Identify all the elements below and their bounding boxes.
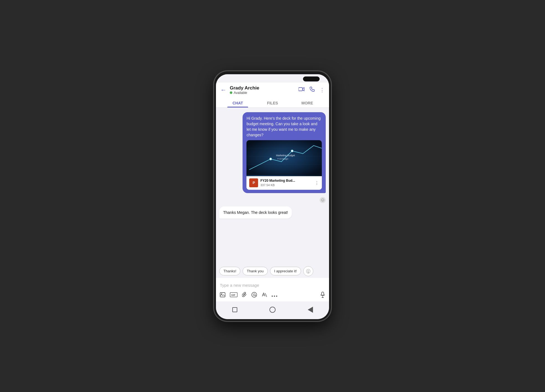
more-options-button[interactable]: ⋮: [320, 87, 325, 93]
svg-point-14: [309, 270, 309, 271]
svg-point-13: [307, 270, 308, 271]
file-thumbnail: Marketing Budget FY20 Budget: [246, 140, 322, 176]
contact-status: Available: [230, 91, 299, 95]
toolbar-icons: GIF: [220, 291, 325, 299]
quick-reply-thanks[interactable]: Thanks!: [219, 267, 240, 275]
back-button[interactable]: ←: [220, 86, 226, 94]
svg-point-23: [253, 294, 255, 296]
header-actions: ⋮: [299, 87, 325, 93]
mic-button[interactable]: [320, 292, 325, 299]
message-received: Thanks Megan. The deck looks great!: [219, 206, 326, 219]
powerpoint-icon: P: [249, 178, 258, 187]
quick-reply-appreciate[interactable]: I appreciate it!: [270, 267, 301, 275]
file-size: 337.54 KB: [260, 183, 312, 188]
nav-recent-button[interactable]: [305, 305, 315, 315]
svg-point-19: [221, 293, 222, 294]
file-more-button[interactable]: ⋮: [315, 180, 319, 186]
square-nav-icon: [232, 307, 237, 312]
image-button[interactable]: [220, 292, 225, 299]
triangle-nav-icon: [308, 307, 313, 313]
svg-point-6: [291, 150, 293, 152]
nav-back-button[interactable]: [230, 305, 240, 315]
svg-point-24: [272, 295, 273, 296]
status-bar: [216, 74, 329, 83]
input-area: GIF: [216, 278, 329, 301]
reaction-area: [219, 197, 326, 203]
header-top: ← Grady Archie Available: [220, 85, 325, 95]
circle-nav-icon: [269, 307, 276, 313]
contact-info: Grady Archie Available: [230, 85, 299, 95]
screen: ← Grady Archie Available: [216, 74, 329, 319]
reaction-button[interactable]: [320, 197, 326, 203]
more-suggestions-button[interactable]: [303, 266, 313, 276]
nav-home-button[interactable]: [268, 305, 277, 315]
svg-text:Marketing Budget: Marketing Budget: [276, 154, 295, 157]
phone-frame: ← Grady Archie Available: [214, 71, 331, 321]
tab-chat[interactable]: CHAT: [220, 98, 255, 107]
video-call-button[interactable]: [299, 87, 305, 93]
bubble-received: Thanks Megan. The deck looks great!: [219, 206, 292, 219]
header: ← Grady Archie Available: [216, 83, 329, 108]
contact-name: Grady Archie: [230, 85, 299, 91]
message-sent: Hi Grady. Here's the deck for the upcomi…: [219, 112, 326, 193]
chat-area: Hi Grady. Here's the deck for the upcomi…: [216, 108, 329, 265]
bottom-nav: [216, 301, 329, 319]
tab-more[interactable]: MORE: [290, 98, 325, 107]
message-input[interactable]: [220, 281, 325, 291]
tabs: CHAT FILES MORE: [220, 98, 325, 107]
attach-button[interactable]: [242, 292, 247, 299]
quick-replies: Thanks! Thank you I appreciate it!: [216, 265, 329, 278]
svg-point-26: [276, 295, 277, 296]
file-info: P FY20 Marketing Bud... 337.54 KB ⋮: [246, 176, 322, 190]
svg-rect-18: [220, 293, 225, 297]
received-message-text: Thanks Megan. The deck looks great!: [223, 210, 288, 215]
bubble-sent: Hi Grady. Here's the deck for the upcomi…: [243, 112, 326, 193]
svg-point-22: [252, 292, 257, 297]
file-name: FY20 Marketing Bud...: [260, 178, 312, 183]
svg-point-25: [274, 295, 275, 296]
gif-button[interactable]: GIF: [230, 292, 238, 299]
svg-point-9: [321, 199, 324, 201]
mention-button[interactable]: [251, 292, 257, 299]
svg-rect-27: [322, 292, 324, 295]
format-button[interactable]: [261, 292, 267, 299]
quick-reply-thank-you[interactable]: Thank you: [243, 267, 268, 275]
svg-text:GIF: GIF: [231, 294, 236, 296]
status-indicator: [230, 91, 232, 94]
svg-point-5: [270, 158, 272, 160]
sent-message-text: Hi Grady. Here's the deck for the upcomi…: [246, 116, 320, 137]
file-attachment[interactable]: Marketing Budget FY20 Budget P FY20 Mark…: [246, 140, 322, 190]
more-tools-button[interactable]: [271, 293, 277, 298]
phone-call-button[interactable]: [310, 87, 315, 93]
svg-point-11: [323, 199, 324, 200]
svg-point-10: [322, 199, 322, 200]
status-text: Available: [234, 91, 247, 95]
svg-rect-0: [299, 88, 302, 91]
file-details: FY20 Marketing Bud... 337.54 KB: [260, 178, 312, 188]
tab-files[interactable]: FILES: [255, 98, 290, 107]
svg-text:FY20 Budget: FY20 Budget: [277, 158, 289, 160]
